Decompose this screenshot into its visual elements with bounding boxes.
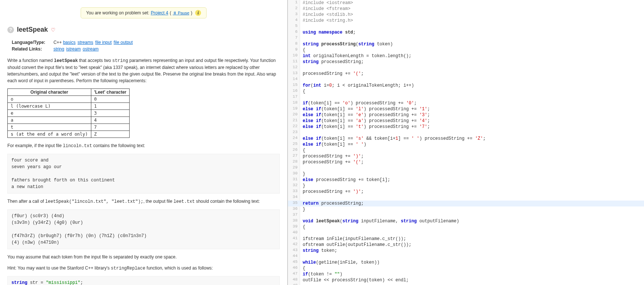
- code-text[interactable]: string processedString;: [300, 59, 644, 65]
- code-text[interactable]: processedString += '(';: [300, 71, 644, 77]
- code-text[interactable]: {: [300, 88, 644, 94]
- code-text[interactable]: if(token != ""): [300, 271, 644, 277]
- meta-link[interactable]: string: [53, 46, 64, 52]
- code-line[interactable]: 46{: [288, 265, 644, 271]
- code-line[interactable]: 5: [288, 24, 644, 29]
- code-line[interactable]: 22else if(token[i] == 't') processedStri…: [288, 124, 644, 130]
- code-text[interactable]: {: [300, 47, 644, 53]
- code-line[interactable]: 30}: [288, 171, 644, 177]
- code-line[interactable]: 34: [288, 195, 644, 201]
- code-line[interactable]: 49: [288, 283, 644, 285]
- meta-link[interactable]: ostream: [83, 46, 99, 52]
- code-line[interactable]: 24else if(token[i] == 's' && token[i+1] …: [288, 136, 644, 142]
- code-line[interactable]: 20else if(token[i] == 'e') processedStri…: [288, 112, 644, 118]
- problem-set-link[interactable]: Project 4: [151, 10, 168, 15]
- code-line[interactable]: 32}: [288, 183, 644, 189]
- code-text[interactable]: #include <stdlib.h>: [300, 12, 644, 18]
- code-line[interactable]: 28processedString += '(';: [288, 159, 644, 165]
- code-text[interactable]: processedString += '(';: [300, 159, 644, 165]
- code-text[interactable]: void leetSpeak(string inputFilename, str…: [300, 218, 644, 224]
- code-line[interactable]: 1#include <iostream>: [288, 0, 644, 6]
- code-line[interactable]: 10int originalTokenLength = token.length…: [288, 53, 644, 59]
- code-text[interactable]: }: [300, 206, 644, 212]
- code-text[interactable]: else processedString += token[i];: [300, 177, 644, 183]
- code-line[interactable]: 4#include <string.h>: [288, 18, 644, 24]
- code-text[interactable]: string token;: [300, 248, 644, 254]
- code-text[interactable]: else if(token[i] == ' '): [300, 142, 644, 147]
- code-text[interactable]: #include <fstream>: [300, 6, 644, 12]
- code-line[interactable]: 35return processedString;: [288, 201, 644, 206]
- pause-link[interactable]: ⏸ Pause: [173, 11, 189, 15]
- heart-icon[interactable]: ♡: [51, 27, 56, 33]
- code-text[interactable]: {: [300, 147, 644, 153]
- code-text[interactable]: else if(token[i] == 'e') processedString…: [300, 112, 644, 118]
- code-text[interactable]: #include <string.h>: [300, 18, 644, 24]
- meta-link[interactable]: file output: [114, 40, 133, 45]
- code-lines[interactable]: 1#include <iostream>2#include <fstream>3…: [288, 0, 644, 285]
- code-text[interactable]: int originalTokenLength = token.length()…: [300, 53, 644, 59]
- code-line[interactable]: 48outFile << processString(token) << end…: [288, 277, 644, 283]
- code-line[interactable]: 6using namespace std;: [288, 29, 644, 35]
- code-line[interactable]: 16{: [288, 88, 644, 94]
- code-line[interactable]: 26{: [288, 147, 644, 153]
- code-text[interactable]: processedString += ')';: [300, 153, 644, 159]
- code-line[interactable]: 3#include <stdlib.h>: [288, 12, 644, 18]
- code-line[interactable]: 37: [288, 212, 644, 218]
- code-text[interactable]: else if(token[i] == 't') processedString…: [300, 124, 644, 130]
- info-icon[interactable]: i: [195, 10, 201, 16]
- code-text[interactable]: {: [300, 224, 644, 230]
- code-line[interactable]: 19else if(token[i] == 'l') processedStri…: [288, 106, 644, 112]
- code-line[interactable]: 7: [288, 35, 644, 41]
- code-text[interactable]: ifstream inFile(inputFilename.c_str());: [300, 236, 644, 242]
- code-line[interactable]: 40: [288, 230, 644, 236]
- meta-link[interactable]: basics: [63, 40, 75, 45]
- code-line[interactable]: 45while(getline(inFile, token)): [288, 260, 644, 265]
- meta-link[interactable]: file input: [95, 40, 112, 45]
- code-text[interactable]: }: [300, 171, 644, 177]
- code-line[interactable]: 43string token;: [288, 248, 644, 254]
- code-line[interactable]: 42ofstream outFile(outputFilename.c_str(…: [288, 242, 644, 248]
- code-line[interactable]: 12: [288, 65, 644, 71]
- code-text[interactable]: for(int i=0; i < originalTokenLength; i+…: [300, 83, 644, 88]
- code-line[interactable]: 39{: [288, 224, 644, 230]
- code-line[interactable]: 29: [288, 165, 644, 171]
- code-line[interactable]: 36}: [288, 206, 644, 212]
- code-line[interactable]: 33processedString += ')';: [288, 189, 644, 195]
- code-text[interactable]: else if(token[i] == 'l') processedString…: [300, 106, 644, 112]
- meta-link[interactable]: istream: [66, 46, 81, 52]
- code-line[interactable]: 21else if(token[i] == 'a') processedStri…: [288, 118, 644, 124]
- code-line[interactable]: 27processedString += ')';: [288, 153, 644, 159]
- code-text[interactable]: }: [300, 183, 644, 189]
- code-line[interactable]: 11string processedString;: [288, 59, 644, 65]
- code-line[interactable]: 38void leetSpeak(string inputFilename, s…: [288, 218, 644, 224]
- code-editor[interactable]: 1#include <iostream>2#include <fstream>3…: [287, 0, 644, 285]
- code-line[interactable]: 17: [288, 94, 644, 100]
- code-line[interactable]: 41ifstream inFile(inputFilename.c_str())…: [288, 236, 644, 242]
- code-text[interactable]: string processString(string token): [300, 41, 644, 47]
- code-text[interactable]: processedString += ')';: [300, 189, 644, 195]
- code-text[interactable]: if(token[i] == 'o') processedString += '…: [300, 100, 644, 106]
- code-line[interactable]: 47if(token != ""): [288, 271, 644, 277]
- code-line[interactable]: 18if(token[i] == 'o') processedString +=…: [288, 100, 644, 106]
- code-line[interactable]: 25else if(token[i] == ' '): [288, 142, 644, 147]
- code-line[interactable]: 9{: [288, 47, 644, 53]
- code-text[interactable]: else if(token[i] == 's' && token[i+1] ==…: [300, 136, 644, 142]
- code-text[interactable]: using namespace std;: [300, 29, 644, 35]
- code-line[interactable]: 15for(int i=0; i < originalTokenLength; …: [288, 83, 644, 88]
- code-line[interactable]: 14: [288, 77, 644, 83]
- code-text[interactable]: return processedString;: [300, 201, 644, 206]
- code-line[interactable]: 44: [288, 254, 644, 260]
- code-text[interactable]: outFile << processString(token) << endl;: [300, 277, 644, 283]
- code-line[interactable]: 23: [288, 130, 644, 136]
- code-text[interactable]: #include <iostream>: [300, 0, 644, 6]
- code-line[interactable]: 2#include <fstream>: [288, 6, 644, 12]
- code-line[interactable]: 31else processedString += token[i];: [288, 177, 644, 183]
- help-icon[interactable]: ?: [7, 27, 14, 33]
- meta-link[interactable]: streams: [78, 40, 94, 45]
- code-line[interactable]: 8string processString(string token): [288, 41, 644, 47]
- code-line[interactable]: 13processedString += '(';: [288, 71, 644, 77]
- code-text[interactable]: while(getline(inFile, token)): [300, 260, 644, 265]
- code-text[interactable]: {: [300, 265, 644, 271]
- code-text[interactable]: ofstream outFile(outputFilename.c_str())…: [300, 242, 644, 248]
- code-text[interactable]: else if(token[i] == 'a') processedString…: [300, 118, 644, 124]
